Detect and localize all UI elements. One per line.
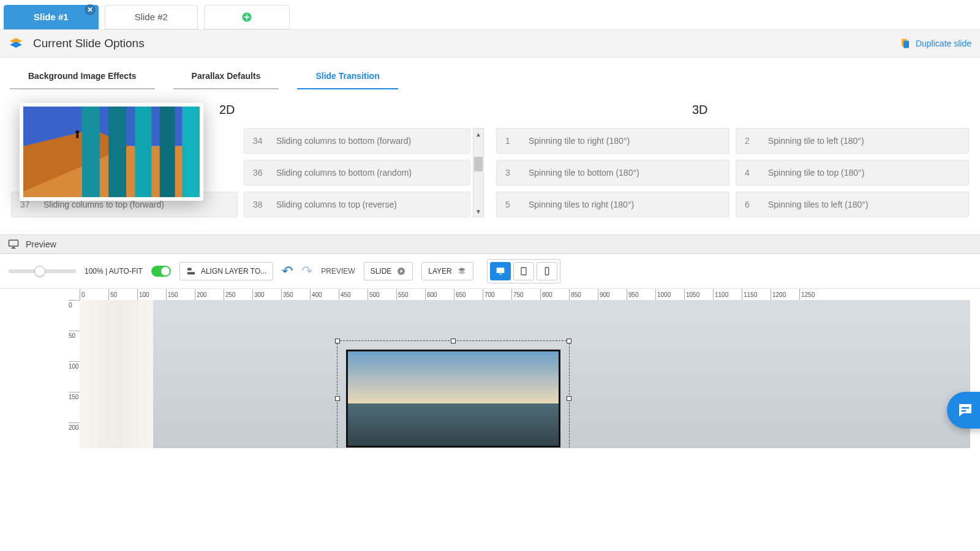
scroll-up-icon[interactable]: ▲ [473, 129, 483, 140]
svg-rect-26 [521, 268, 526, 275]
align-layer-button[interactable]: ALIGN LAYER TO... [179, 262, 273, 280]
transition-label: Sliding columns to bottom (forward) [276, 136, 411, 146]
transition-number: 2 [745, 136, 756, 146]
preview-label: PREVIEW [321, 267, 355, 276]
device-desktop-button[interactable] [490, 262, 511, 280]
chat-fab[interactable] [947, 392, 980, 429]
scroll-down-icon[interactable]: ▼ [473, 206, 483, 217]
transition-item[interactable]: 3 Spinning tile to bottom (180°) [496, 160, 729, 186]
svg-rect-11 [160, 107, 175, 197]
play-icon [396, 266, 406, 276]
transition-item[interactable]: 6 Spinning tiles to left (180°) [736, 192, 969, 217]
layers-icon [457, 266, 467, 276]
autofit-toggle[interactable] [151, 266, 171, 277]
svg-rect-25 [499, 274, 502, 274]
transition-label: Spinning tile to top (180°) [768, 168, 864, 178]
resize-handle[interactable] [451, 339, 456, 343]
tab-background-effects[interactable]: Background Image Effects [10, 66, 155, 89]
transition-item[interactable]: 34 Sliding columns to bottom (forward) [244, 128, 470, 154]
transition-item[interactable]: 1 Spinning tile to right (180°) [496, 128, 729, 154]
mobile-icon [542, 266, 552, 276]
transition-label: Spinning tile to left (180°) [768, 136, 864, 146]
add-slide-button[interactable] [204, 5, 290, 29]
monitor-icon [7, 239, 20, 250]
undo-button[interactable]: ↶ [282, 263, 293, 279]
svg-rect-10 [135, 107, 151, 197]
transition-number: 38 [253, 200, 264, 209]
transition-item[interactable]: 5 Spinning tiles to right (180°) [496, 192, 729, 217]
resize-handle[interactable] [567, 339, 571, 343]
tab-slide-transition[interactable]: Slide Transition [297, 66, 398, 89]
redo-button[interactable]: ↷ [301, 263, 312, 279]
scroll-thumb[interactable] [474, 157, 483, 171]
transition-item[interactable]: 2 Spinning tile to left (180°) [736, 128, 969, 154]
transition-number: 6 [745, 200, 756, 209]
align-icon [186, 266, 196, 276]
svg-point-13 [75, 130, 79, 134]
svg-rect-29 [962, 410, 967, 412]
transition-label: Sliding columns to top (forward) [43, 200, 164, 209]
slide-tab-2[interactable]: Slide #2 [105, 5, 198, 29]
plus-icon [241, 12, 252, 23]
transition-number: 34 [253, 136, 264, 146]
resize-handle[interactable] [567, 396, 571, 401]
ruler-horizontal: 0501001502002503003504004505005506006507… [80, 289, 970, 300]
ruler-vertical: 050100150200 [69, 300, 80, 448]
layer-label: LAYER [428, 267, 451, 276]
canvas-area[interactable]: 0501001502002503003504004505005506006507… [0, 289, 980, 448]
options-title: Current Slide Options [33, 37, 145, 50]
svg-marker-2 [10, 42, 22, 48]
duplicate-label: Duplicate slide [916, 39, 971, 48]
preview-slide-button[interactable]: SLIDE [364, 262, 413, 280]
transition-scrollbar[interactable]: ▲ ▼ [473, 128, 484, 217]
chat-icon [956, 401, 974, 419]
tab-parallax-defaults[interactable]: Parallax Defaults [173, 66, 279, 89]
section-2d-title: 2D [219, 103, 484, 117]
duplicate-icon [900, 37, 911, 50]
section-3d-title: 3D [692, 103, 969, 117]
svg-rect-24 [497, 268, 504, 273]
transition-number: 3 [505, 168, 516, 178]
transition-item[interactable]: 36 Sliding columns to bottom (random) [244, 160, 470, 186]
layers-icon [9, 36, 23, 51]
transition-number: 4 [745, 168, 756, 178]
svg-rect-19 [187, 272, 195, 274]
duplicate-slide-button[interactable]: Duplicate slide [900, 37, 971, 50]
zoom-slider[interactable] [9, 269, 76, 273]
device-mobile-button[interactable] [537, 262, 557, 280]
align-label: ALIGN LAYER TO... [201, 267, 266, 276]
slide-tab-2-label: Slide #2 [135, 12, 168, 22]
transition-item[interactable]: 4 Spinning tile to top (180°) [736, 160, 969, 186]
preview-header: Preview [26, 239, 56, 249]
svg-rect-27 [545, 268, 548, 275]
svg-rect-14 [76, 133, 78, 138]
stage[interactable] [80, 300, 970, 448]
svg-rect-15 [9, 240, 18, 246]
svg-rect-18 [187, 268, 192, 271]
slide-tab-1[interactable]: Slide #1 ✕ [4, 5, 99, 29]
transition-item[interactable]: 38 Sliding columns to top (reverse) [244, 192, 470, 217]
selected-layer[interactable] [337, 340, 570, 448]
desktop-icon [496, 266, 505, 276]
svg-rect-4 [903, 41, 909, 48]
resize-handle[interactable] [335, 339, 340, 343]
transition-number: 36 [253, 168, 264, 178]
transition-label: Spinning tiles to left (180°) [768, 200, 869, 209]
svg-rect-17 [11, 248, 16, 249]
resize-handle[interactable] [335, 396, 340, 401]
transition-label: Sliding columns to top (reverse) [276, 200, 397, 209]
tablet-icon [519, 266, 529, 276]
svg-rect-16 [12, 247, 15, 249]
zoom-knob[interactable] [34, 266, 45, 277]
svg-rect-9 [108, 107, 126, 197]
transition-label: Spinning tile to right (180°) [529, 136, 630, 146]
close-icon[interactable]: ✕ [85, 4, 96, 15]
transition-label: Spinning tile to bottom (180°) [529, 168, 639, 178]
stage-curtain [80, 300, 153, 448]
transition-number: 5 [505, 200, 516, 209]
device-tablet-button[interactable] [513, 262, 534, 280]
svg-marker-23 [458, 271, 466, 275]
transition-number: 1 [505, 136, 516, 146]
transition-number: 37 [20, 200, 31, 209]
preview-layer-button[interactable]: LAYER [421, 262, 473, 280]
